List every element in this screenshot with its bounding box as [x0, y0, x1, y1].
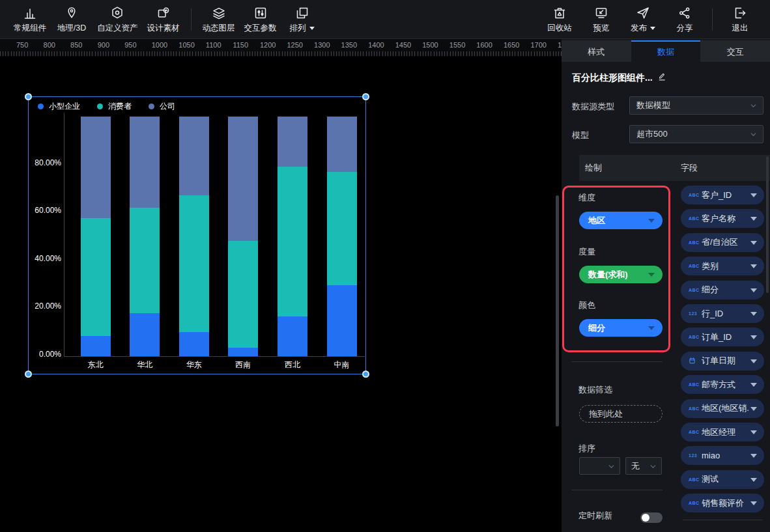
- field-item-订单_ID[interactable]: ABC订单_ID: [681, 328, 764, 346]
- dimension-pill[interactable]: 地区: [579, 212, 663, 229]
- stacked-bar[interactable]: [130, 117, 160, 356]
- design-canvas[interactable]: 小型企业消费者公司 0.00%20.00%40.00%60.00%80.00% …: [0, 56, 562, 532]
- canvas-scrollbar[interactable]: [556, 195, 559, 427]
- share-button[interactable]: 分享: [664, 0, 706, 39]
- bar-segment-公司[interactable]: [81, 117, 111, 218]
- bar-segment-消费者[interactable]: [228, 241, 258, 348]
- filter-drop-zone[interactable]: 拖到此处: [579, 405, 663, 423]
- arrange-button[interactable]: 排列: [281, 0, 323, 39]
- ruler-number: 800: [44, 41, 55, 49]
- bar-segment-消费者[interactable]: [130, 208, 160, 313]
- panel-tab-interaction[interactable]: 交互: [700, 40, 770, 62]
- stacked-bar[interactable]: [228, 117, 258, 356]
- ruler-number: 1000: [152, 41, 167, 49]
- legend-item[interactable]: 公司: [149, 101, 175, 112]
- stacked-bar[interactable]: [278, 117, 307, 356]
- bar-segment-公司[interactable]: [278, 117, 307, 167]
- interaction-params-button[interactable]: 交互参数: [240, 0, 281, 39]
- field-item-类别[interactable]: ABC类别: [681, 257, 764, 275]
- legend-item[interactable]: 小型企业: [38, 101, 80, 112]
- resize-handle-top-right[interactable]: [362, 93, 369, 100]
- field-label: 销售额评价: [702, 497, 744, 509]
- field-item-客户名称[interactable]: ABC客户名称: [681, 209, 764, 228]
- timed-refresh-toggle[interactable]: [640, 512, 663, 523]
- design-assets-button[interactable]: 设计素材: [143, 0, 184, 39]
- bar-segment-消费者[interactable]: [327, 172, 357, 286]
- color-pill[interactable]: 细分: [579, 319, 663, 337]
- stacked-bar[interactable]: [179, 117, 209, 356]
- model-select[interactable]: 超市500: [629, 125, 763, 143]
- geo-3d-button[interactable]: 地理/3D: [51, 0, 93, 39]
- text-type-icon: ABC: [689, 382, 702, 387]
- filter-placeholder: 拖到此处: [589, 408, 623, 420]
- publish-button[interactable]: 发布: [622, 0, 664, 39]
- field-item-行_ID[interactable]: 123行_ID: [681, 304, 764, 323]
- field-item-邮寄方式[interactable]: ABC邮寄方式: [681, 375, 764, 394]
- panel-tab-style[interactable]: 样式: [562, 40, 631, 62]
- bar-segment-消费者[interactable]: [278, 167, 307, 316]
- ruler-number: 1600: [476, 41, 492, 49]
- field-label: 省/自治区: [702, 236, 738, 248]
- dimension-value: 地区: [588, 215, 605, 227]
- design-icon: [156, 5, 171, 21]
- bar-segment-消费者[interactable]: [179, 195, 209, 332]
- components-button[interactable]: 常规组件: [9, 0, 51, 39]
- field-item-省/自治区[interactable]: ABC省/自治区: [681, 233, 764, 252]
- bar-segment-公司[interactable]: [327, 117, 357, 172]
- bar-segment-小型企业[interactable]: [278, 316, 307, 356]
- ruler-number: 1100: [206, 41, 221, 49]
- y-axis-tick-label: 40.00%: [29, 254, 61, 263]
- field-item-测试[interactable]: ABC测试: [681, 470, 764, 489]
- datasource-type-select[interactable]: 数据模型: [629, 96, 763, 115]
- text-type-icon: ABC: [689, 216, 702, 221]
- toolbar-label: 设计素材: [147, 23, 180, 34]
- y-axis-tick-label: 80.00%: [29, 158, 61, 167]
- chart-legend: 小型企业消费者公司: [38, 101, 175, 112]
- field-label: 细分: [702, 284, 719, 296]
- stacked-bar[interactable]: [327, 117, 357, 356]
- field-item-miao[interactable]: 123miao: [681, 446, 764, 465]
- chevron-down-icon: [750, 454, 757, 458]
- percent-bar-chart-component[interactable]: 小型企业消费者公司 0.00%20.00%40.00%60.00%80.00% …: [28, 96, 366, 374]
- resize-handle-top-left[interactable]: [25, 93, 32, 100]
- stacked-bar[interactable]: [81, 117, 111, 356]
- subtab-fields[interactable]: 字段: [681, 155, 698, 181]
- field-label: 地区(地区销...: [702, 402, 750, 414]
- bar-segment-消费者[interactable]: [81, 218, 111, 335]
- field-item-地区经理[interactable]: ABC地区经理: [681, 423, 764, 441]
- measure-label: 度量: [578, 246, 595, 258]
- preview-button[interactable]: 预览: [580, 0, 622, 39]
- pin-icon: [64, 5, 79, 21]
- bar-segment-小型企业[interactable]: [327, 285, 357, 356]
- legend-item[interactable]: 消费者: [97, 101, 132, 112]
- exit-button[interactable]: 退出: [719, 0, 761, 39]
- field-item-客户_ID[interactable]: ABC客户_ID: [681, 186, 764, 204]
- bar-segment-小型企业[interactable]: [130, 313, 160, 356]
- bar-segment-公司[interactable]: [179, 117, 209, 195]
- bar-segment-小型企业[interactable]: [228, 348, 258, 356]
- resize-handle-bottom-left[interactable]: [25, 371, 32, 378]
- edit-pencil-icon[interactable]: [658, 72, 668, 84]
- dimension-label: 维度: [578, 192, 595, 204]
- resize-handle-bottom-right[interactable]: [362, 371, 369, 378]
- bar-segment-小型企业[interactable]: [81, 336, 111, 356]
- sort-order-select[interactable]: 无: [625, 457, 662, 475]
- datasource-type-value: 数据模型: [636, 100, 670, 111]
- panel-scrollbar[interactable]: [766, 156, 769, 293]
- panel-tab-data[interactable]: 数据: [631, 40, 701, 62]
- recycle-bin-button[interactable]: 回收站: [539, 0, 580, 39]
- field-item-销售额评价[interactable]: ABC销售额评价: [681, 494, 764, 512]
- sort-field-select[interactable]: [579, 457, 620, 475]
- custom-assets-button[interactable]: 自定义资产: [93, 0, 143, 39]
- bar-segment-公司[interactable]: [228, 117, 258, 241]
- field-item-订单日期[interactable]: 订单日期: [681, 352, 764, 371]
- field-item-地区(地区销...[interactable]: ABC地区(地区销...: [681, 399, 764, 418]
- params-icon: [253, 5, 268, 21]
- bar-segment-小型企业[interactable]: [179, 332, 209, 356]
- subtab-draw[interactable]: 绘制: [585, 155, 602, 181]
- divider: [571, 490, 663, 490]
- field-item-细分[interactable]: ABC细分: [681, 281, 764, 300]
- dynamic-layers-button[interactable]: 动态图层: [198, 0, 240, 39]
- bar-segment-公司[interactable]: [130, 117, 160, 208]
- measure-pill[interactable]: 数量(求和): [579, 266, 663, 283]
